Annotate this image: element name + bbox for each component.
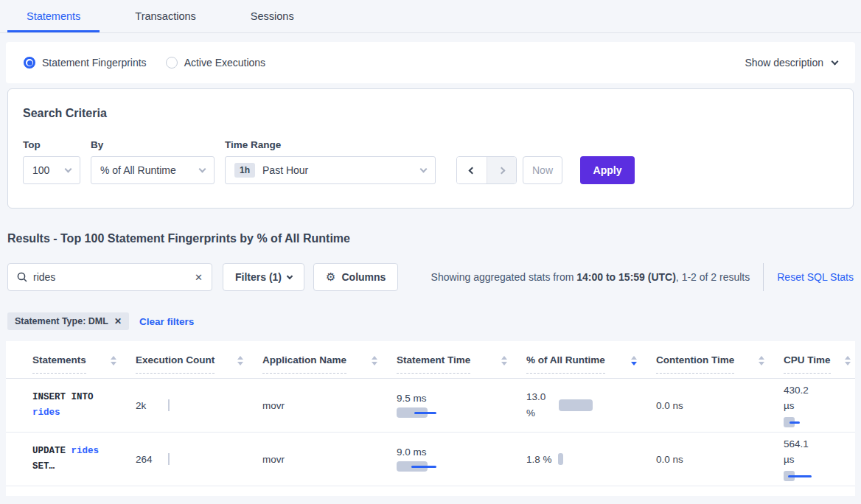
tab-bar: Statements Transactions Sessions xyxy=(0,0,861,33)
time-next-button[interactable] xyxy=(487,157,516,183)
sort-icon[interactable] xyxy=(845,356,851,365)
divider xyxy=(763,263,764,291)
results-heading: Results - Top 100 Statement Fingerprints… xyxy=(7,232,861,247)
show-description-toggle[interactable]: Show description xyxy=(745,57,837,69)
statement-time-cell: 9.0 ms xyxy=(397,447,526,472)
time-range-label: Time Range xyxy=(225,139,436,150)
sort-icon[interactable] xyxy=(372,356,377,365)
search-criteria-title: Search Criteria xyxy=(23,107,838,120)
radio-label: Statement Fingerprints xyxy=(42,57,147,69)
apply-button[interactable]: Apply xyxy=(580,156,635,184)
chevron-down-icon xyxy=(65,166,72,173)
col-header-runtime[interactable]: % of All Runtime xyxy=(526,354,656,374)
application-name-cell: movr xyxy=(262,454,397,465)
time-range-badge: 1h xyxy=(234,163,255,178)
table-row[interactable]: UPDATE rides SET… 264 movr 9.0 ms 1.8 % … xyxy=(6,433,855,486)
filter-chip-row: Statement Type: DML ✕ Clear filters xyxy=(0,312,861,331)
col-header-statements[interactable]: Statements xyxy=(32,354,136,374)
clear-filters-link[interactable]: Clear filters xyxy=(139,316,194,327)
col-header-cpu-time[interactable]: CPU Time xyxy=(784,354,855,374)
time-prev-button[interactable] xyxy=(457,157,487,183)
by-select[interactable]: % of All Runtime xyxy=(91,156,215,184)
filters-label: Filters (1) xyxy=(235,271,282,283)
filter-chip-statement-type[interactable]: Statement Type: DML ✕ xyxy=(7,312,129,330)
top-select-value: 100 xyxy=(32,164,49,176)
by-field: By % of All Runtime xyxy=(91,139,215,184)
cpu-time-bar xyxy=(784,471,855,481)
clear-search-icon[interactable]: ✕ xyxy=(195,272,203,283)
sort-icon-active-desc[interactable] xyxy=(631,356,637,365)
time-nav-group xyxy=(456,156,517,184)
statements-table: Statements Execution Count Application N… xyxy=(6,341,855,496)
count-bar xyxy=(168,453,170,465)
runtime-bar xyxy=(559,399,593,411)
by-label: By xyxy=(91,139,215,150)
gear-icon: ⚙ xyxy=(326,270,335,284)
radio-unselected-icon xyxy=(166,57,178,69)
application-name-cell: movr xyxy=(262,400,397,411)
top-label: Top xyxy=(23,139,80,150)
col-header-statement-time[interactable]: Statement Time xyxy=(397,354,526,374)
chevron-down-icon xyxy=(420,166,428,173)
radio-active-executions[interactable]: Active Executions xyxy=(166,57,266,69)
by-select-value: % of All Runtime xyxy=(100,164,176,176)
filter-chip-label: Statement Type: DML xyxy=(15,316,108,326)
execution-count-cell: 2k xyxy=(136,399,262,411)
runtime-cell: 1.8 % xyxy=(526,453,656,465)
statement-link[interactable]: rides xyxy=(72,446,100,456)
top-field: Top 100 xyxy=(23,139,80,184)
statement-time-bar xyxy=(397,461,526,472)
top-select[interactable]: 100 xyxy=(23,156,80,184)
results-toolbar: ✕ Filters (1) ⚙ Columns Showing aggregat… xyxy=(0,263,861,291)
radio-selected-icon xyxy=(24,57,35,69)
search-box: ✕ xyxy=(7,263,212,291)
statement-time-cell: 9.5 ms xyxy=(397,393,526,418)
remove-filter-icon[interactable]: ✕ xyxy=(114,316,122,326)
statement-time-bar xyxy=(397,407,526,418)
time-range-value: Past Hour xyxy=(262,164,308,176)
contention-time-cell: 0.0 ns xyxy=(656,400,784,411)
time-range-field: Time Range 1h Past Hour xyxy=(225,139,436,184)
statement-link[interactable]: rides xyxy=(32,407,60,418)
runtime-bar xyxy=(558,453,563,465)
columns-label: Columns xyxy=(341,271,386,283)
reset-sql-stats-link[interactable]: Reset SQL Stats xyxy=(777,271,854,283)
time-range-select[interactable]: 1h Past Hour xyxy=(225,156,436,184)
now-button[interactable]: Now xyxy=(523,156,562,184)
sort-icon[interactable] xyxy=(759,356,764,365)
statement-cell: UPDATE rides SET… xyxy=(32,444,136,474)
count-bar xyxy=(168,399,170,411)
results-summary: Showing aggregated stats from 14:00 to 1… xyxy=(431,271,750,283)
sort-icon[interactable] xyxy=(237,356,243,365)
table-row[interactable]: INSERT INTO rides 2k movr 9.5 ms 13.0 % … xyxy=(6,379,855,433)
tab-sessions[interactable]: Sessions xyxy=(231,1,313,32)
show-description-label: Show description xyxy=(745,57,823,69)
runtime-cell: 13.0 % xyxy=(526,389,656,421)
cpu-time-bar xyxy=(784,417,855,427)
radio-label: Active Executions xyxy=(184,57,266,69)
tab-statements[interactable]: Statements xyxy=(7,1,100,32)
col-header-contention-time[interactable]: Contention Time xyxy=(656,354,784,374)
table-header-row: Statements Execution Count Application N… xyxy=(6,354,855,379)
sort-icon[interactable] xyxy=(501,356,507,365)
search-icon xyxy=(17,272,27,282)
chevron-right-icon xyxy=(498,167,506,174)
chevron-left-icon xyxy=(468,167,475,174)
cpu-time-cell: 430.2 µs xyxy=(784,383,855,428)
filters-button[interactable]: Filters (1) xyxy=(223,263,304,291)
col-header-application-name[interactable]: Application Name xyxy=(262,354,397,374)
radio-statement-fingerprints[interactable]: Statement Fingerprints xyxy=(24,57,147,69)
search-input[interactable] xyxy=(33,271,195,283)
sort-icon[interactable] xyxy=(111,356,116,365)
execution-count-cell: 264 xyxy=(136,453,262,465)
tab-transactions[interactable]: Transactions xyxy=(116,1,215,32)
search-criteria-card: Search Criteria Top 100 By % of All Runt… xyxy=(7,88,854,209)
statement-cell: INSERT INTO rides xyxy=(32,390,136,420)
view-toggle-band: Statement Fingerprints Active Executions… xyxy=(6,42,855,83)
contention-time-cell: 0.0 ns xyxy=(656,454,784,465)
col-header-execution-count[interactable]: Execution Count xyxy=(136,354,262,374)
columns-button[interactable]: ⚙ Columns xyxy=(313,263,398,291)
cpu-time-cell: 564.1 µs xyxy=(784,437,855,482)
chevron-down-icon xyxy=(287,273,293,279)
chevron-down-icon xyxy=(199,166,206,173)
